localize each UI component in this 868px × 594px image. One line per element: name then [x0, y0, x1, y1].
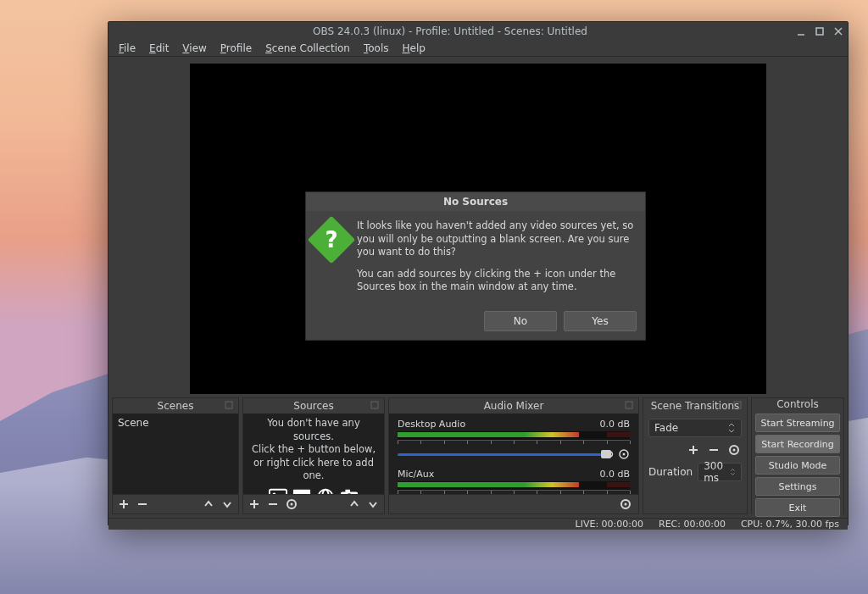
- mixer-undock-icon[interactable]: [625, 400, 635, 410]
- transitions-dock: Scene Transitions Fade Duration 300 ms: [643, 397, 748, 514]
- dialog-title: No Sources: [306, 192, 645, 211]
- mic-aux-meter: [398, 481, 630, 491]
- svg-point-25: [291, 503, 293, 506]
- status-rec: REC: 00:00:00: [659, 519, 726, 530]
- mic-aux-level: 0.0 dB: [599, 469, 630, 480]
- mic-aux-label: Mic/Aux: [398, 469, 434, 480]
- no-sources-dialog: No Sources ? It looks like you haven't a…: [305, 192, 646, 341]
- svg-point-40: [733, 449, 736, 452]
- source-down-button[interactable]: [365, 497, 381, 512]
- sources-dock: Sources You don't have any sources. Clic…: [242, 397, 385, 514]
- sources-title: Sources: [293, 400, 333, 412]
- svg-rect-26: [626, 402, 632, 408]
- scenes-undock-icon[interactable]: [225, 400, 235, 410]
- transition-properties-button[interactable]: [726, 442, 742, 458]
- camera-source-icon: [340, 488, 359, 494]
- exit-button[interactable]: Exit: [755, 498, 840, 517]
- menu-help[interactable]: Help: [398, 41, 431, 56]
- scene-item[interactable]: Scene: [113, 414, 238, 432]
- svg-rect-18: [345, 489, 350, 492]
- controls-title: Controls: [776, 398, 819, 410]
- dialog-text: It looks like you haven't added any vide…: [357, 219, 635, 303]
- start-recording-button[interactable]: Start Recording: [755, 435, 840, 453]
- transition-select[interactable]: Fade: [648, 419, 742, 437]
- desktop-audio-slider[interactable]: [398, 450, 630, 458]
- sources-empty-help[interactable]: You don't have any sources. Click the + …: [243, 414, 384, 494]
- scenes-dock: Scenes Scene: [112, 397, 239, 514]
- transition-add-button[interactable]: [686, 442, 701, 458]
- menu-edit[interactable]: Edit: [144, 41, 174, 56]
- source-properties-button[interactable]: [284, 497, 299, 512]
- svg-rect-1: [816, 28, 823, 35]
- settings-button[interactable]: Settings: [755, 477, 840, 496]
- status-bar: LIVE: 00:00:00 REC: 00:00:00 CPU: 0.7%, …: [108, 518, 848, 530]
- transitions-undock-icon[interactable]: [733, 400, 743, 410]
- mixer-settings-button[interactable]: [618, 497, 633, 512]
- scene-down-button[interactable]: [220, 497, 235, 512]
- source-up-button[interactable]: [347, 497, 362, 512]
- scenes-toolbar: [113, 494, 238, 514]
- minimize-button[interactable]: [792, 22, 810, 41]
- titlebar[interactable]: OBS 24.0.3 (linux) - Profile: Untitled -…: [108, 22, 848, 41]
- scene-remove-button[interactable]: [135, 497, 150, 512]
- desktop-audio-meter: [398, 431, 630, 441]
- start-streaming-button[interactable]: Start Streaming: [755, 414, 840, 432]
- desktop-audio-level: 0.0 dB: [599, 419, 630, 430]
- close-button[interactable]: [829, 22, 848, 41]
- display-source-icon: [292, 488, 311, 494]
- obs-window: OBS 24.0.3 (linux) - Profile: Untitled -…: [108, 21, 849, 526]
- question-icon: ?: [308, 216, 356, 264]
- svg-rect-8: [371, 402, 378, 408]
- desktop-audio-label: Desktop Audio: [398, 419, 465, 430]
- status-live: LIVE: 00:00:00: [576, 519, 643, 530]
- controls-dock: Controls Start Streaming Start Recording…: [751, 397, 844, 514]
- image-source-icon: [269, 488, 287, 494]
- yes-button[interactable]: Yes: [564, 311, 637, 331]
- audio-mixer-dock: Audio Mixer Desktop Audio0.0 dB Mic/Aux0…: [388, 397, 639, 514]
- menu-tools[interactable]: Tools: [359, 41, 394, 56]
- transition-remove-button[interactable]: [706, 442, 721, 458]
- studio-mode-button[interactable]: Studio Mode: [755, 456, 840, 475]
- source-add-button[interactable]: [247, 497, 262, 512]
- menu-file[interactable]: File: [114, 41, 141, 56]
- mixer-title: Audio Mixer: [484, 400, 544, 412]
- source-remove-button[interactable]: [265, 497, 281, 512]
- no-button[interactable]: No: [484, 311, 557, 331]
- window-title: OBS 24.0.3 (linux) - Profile: Untitled -…: [108, 25, 792, 37]
- maximize-button[interactable]: [810, 22, 829, 41]
- scenes-title: Scenes: [158, 400, 194, 412]
- mixer-channel-desktop: Desktop Audio0.0 dB: [391, 415, 637, 465]
- menu-scene-collection[interactable]: Scene Collection: [260, 41, 355, 56]
- menubar: File Edit View Profile Scene Collection …: [108, 41, 848, 57]
- sources-toolbar: [243, 494, 384, 514]
- browser-source-icon: [316, 488, 335, 494]
- docks-row: Scenes Scene Sources You don't: [108, 394, 848, 518]
- duration-label: Duration: [648, 466, 693, 478]
- duration-spinbox[interactable]: 300 ms: [698, 463, 742, 481]
- transitions-title: Scene Transitions: [651, 400, 740, 412]
- svg-point-34: [625, 503, 627, 506]
- svg-rect-35: [734, 402, 741, 408]
- status-cpu: CPU: 0.7%, 30.00 fps: [741, 519, 839, 530]
- menu-view[interactable]: View: [177, 41, 211, 56]
- svg-rect-4: [225, 402, 232, 408]
- scene-up-button[interactable]: [201, 497, 216, 512]
- sources-undock-icon[interactable]: [370, 400, 381, 410]
- mixer-channel-mic: Mic/Aux0.0 dB: [391, 465, 637, 494]
- scene-add-button[interactable]: [116, 497, 131, 512]
- menu-profile[interactable]: Profile: [215, 41, 257, 56]
